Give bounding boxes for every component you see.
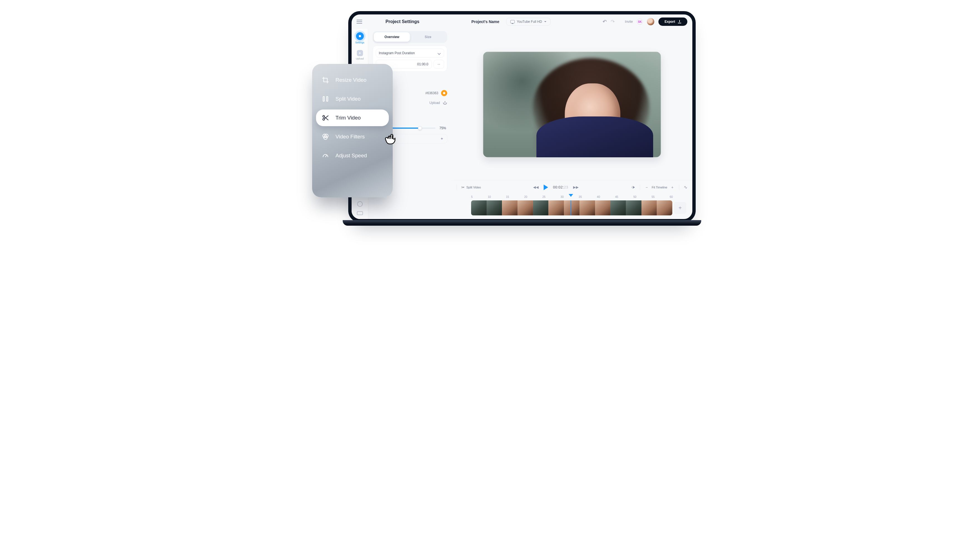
output-format-select[interactable]: YouTube Full HD <box>506 18 551 25</box>
feature-label: Resize Video <box>336 77 367 83</box>
ruler-tick: 35 <box>579 195 582 198</box>
rail-label-upload: Upload <box>356 57 364 60</box>
export-icon <box>678 20 681 23</box>
ruler-tick: 55 <box>651 195 654 198</box>
zoom-in-button[interactable]: + <box>670 185 675 189</box>
scissors-icon: ✂ <box>461 185 465 189</box>
preview-wrap <box>452 29 692 180</box>
ruler-tick: 10 <box>488 195 491 198</box>
scissors-icon <box>321 114 329 122</box>
split-icon <box>321 95 329 103</box>
swap-button[interactable]: ↔ <box>434 60 444 68</box>
color-picker-icon[interactable] <box>441 90 447 96</box>
feature-label: Split Video <box>336 96 361 102</box>
feature-label: Trim Video <box>336 115 361 121</box>
crop-icon <box>321 76 329 84</box>
app-root: Project Settings Project's Name YouTube … <box>352 14 692 219</box>
ruler-tick: 20 <box>524 195 527 198</box>
ruler-tick: 40 <box>597 195 600 198</box>
export-label: Export <box>665 20 675 24</box>
ruler-tick: 45 <box>615 195 618 198</box>
panel-title: Project Settings <box>385 19 419 24</box>
feature-menu-card: Resize Video Split Video Trim Video Vide… <box>312 64 393 197</box>
format-label: YouTube Full HD <box>517 20 542 24</box>
invite-label[interactable]: Invite <box>625 20 633 24</box>
sparkle-icon: ✦ <box>440 137 444 141</box>
upload-icon <box>443 100 447 105</box>
ruler-tick: 5 <box>471 195 473 198</box>
timeline-ruler[interactable]: 51015202530354045505560 <box>452 194 692 199</box>
upload-label: Upload <box>430 101 440 105</box>
laptop-frame: Project Settings Project's Name YouTube … <box>348 11 696 222</box>
feature-split[interactable]: Split Video <box>316 91 389 107</box>
duration-preset-label: Instagram Post Duration <box>379 51 415 55</box>
rail-label-settings: Settings <box>355 41 364 44</box>
timeline-toolbar: ✂ Split Video ◀◀ 00:02:23 ▶▶ 🕩 <box>452 180 692 194</box>
ruler-tick: 25 <box>542 195 545 198</box>
feature-trim[interactable]: Trim Video <box>316 110 389 126</box>
svg-rect-1 <box>326 96 328 101</box>
undo-button[interactable]: ↶ <box>603 19 607 25</box>
menu-icon[interactable] <box>356 20 362 24</box>
fit-timeline-label[interactable]: Fit Timeline <box>652 186 667 189</box>
settings-icon <box>356 32 364 40</box>
topbar-center: Project's Name YouTube Full HD <box>423 18 599 25</box>
display-icon <box>510 20 515 23</box>
help-icon[interactable] <box>357 201 363 207</box>
topbar-right: ↶ ↷ Invite SK Export <box>603 18 687 26</box>
feature-label: Video Filters <box>336 134 365 140</box>
canvas-area: ✂ Split Video ◀◀ 00:02:23 ▶▶ 🕩 <box>452 29 692 219</box>
zoom-out-button[interactable]: − <box>644 185 649 189</box>
keyboard-icon[interactable] <box>357 211 363 215</box>
chevron-down-icon <box>437 51 441 55</box>
tab-size[interactable]: Size <box>410 32 446 42</box>
timecode: 00:02:23 <box>553 185 568 189</box>
video-clip-strip[interactable] <box>471 201 672 215</box>
pointer-cursor-icon <box>384 129 398 146</box>
gauge-icon <box>321 152 329 159</box>
ruler-tick: 50 <box>633 195 636 198</box>
tabs: Overview Size <box>373 31 447 43</box>
feature-resize[interactable]: Resize Video <box>316 72 389 88</box>
rail-bottom <box>357 201 363 215</box>
plus-icon: + <box>357 50 363 56</box>
volume-button[interactable]: 🕩 <box>631 185 635 190</box>
split-video-tool[interactable]: ✂ Split Video <box>461 185 481 189</box>
play-button[interactable] <box>544 185 548 190</box>
timeline-strip-row: + <box>452 199 692 219</box>
laptop-base <box>343 220 701 226</box>
chevron-down-icon <box>544 21 546 22</box>
rewind-button[interactable]: ◀◀ <box>533 185 539 189</box>
color-hex-value[interactable]: #636363 <box>425 91 438 95</box>
export-button[interactable]: Export <box>659 18 687 26</box>
ruler-tick: 15 <box>506 195 509 198</box>
filters-icon <box>321 133 329 141</box>
playhead-marker[interactable] <box>569 194 573 197</box>
playhead-line[interactable] <box>571 201 571 215</box>
feature-filters[interactable]: Video Filters <box>316 128 389 145</box>
rail-item-upload[interactable]: + Upload <box>356 50 364 60</box>
video-preview[interactable] <box>483 52 661 157</box>
app-body: Settings + Upload Overview Size <box>352 29 692 219</box>
forward-button[interactable]: ▶▶ <box>573 185 579 189</box>
ruler-tick: 60 <box>670 195 673 198</box>
user-avatar[interactable] <box>647 18 654 25</box>
topbar: Project Settings Project's Name YouTube … <box>352 14 692 29</box>
opacity-value: 75% <box>439 126 446 130</box>
redo-button[interactable]: ↷ <box>611 19 615 25</box>
tab-overview[interactable]: Overview <box>374 32 410 42</box>
feature-label: Adjust Speed <box>336 153 367 159</box>
add-track-button[interactable]: + <box>674 202 686 214</box>
ruler-tick: 30 <box>561 195 564 198</box>
split-label: Split Video <box>466 186 481 189</box>
collaborator-avatar-initials[interactable]: SK <box>637 19 643 25</box>
waveform-icon[interactable]: ∿ <box>684 185 687 190</box>
duration-preset-select[interactable]: Instagram Post Duration <box>376 49 444 57</box>
feature-speed[interactable]: Adjust Speed <box>316 147 389 164</box>
fit-timeline-group: − Fit Timeline + <box>644 185 675 189</box>
svg-rect-0 <box>323 96 324 101</box>
rail-item-settings[interactable]: Settings <box>355 32 364 44</box>
project-name[interactable]: Project's Name <box>471 19 500 24</box>
transport: ◀◀ 00:02:23 ▶▶ <box>533 185 579 190</box>
